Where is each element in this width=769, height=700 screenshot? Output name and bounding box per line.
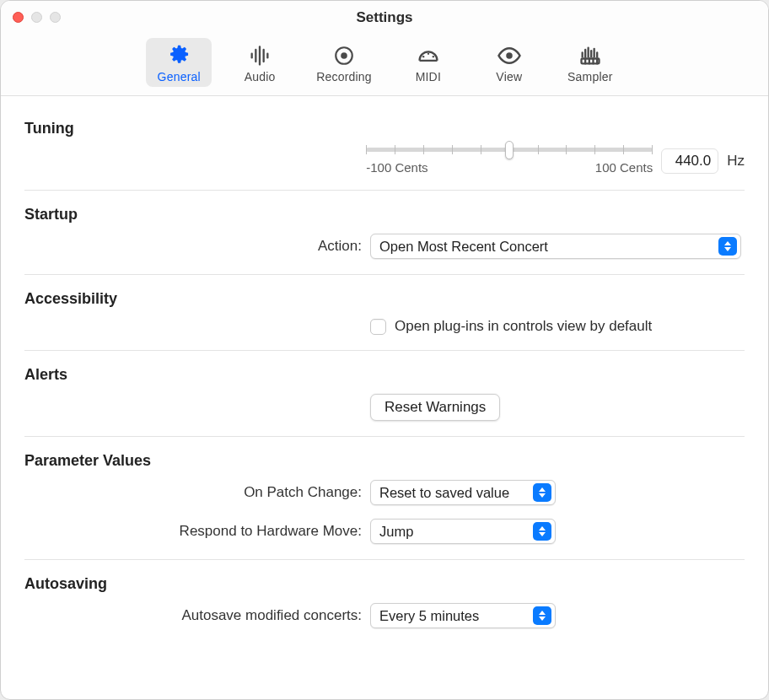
- autosave-label: Autosave modified concerts:: [24, 607, 370, 624]
- eye-icon: [497, 43, 522, 68]
- svg-point-11: [506, 52, 513, 59]
- popup-chevrons-icon: [718, 237, 737, 256]
- tuning-slider[interactable]: [366, 148, 653, 152]
- popup-value: Open Most Recent Concert: [379, 239, 712, 255]
- svg-point-9: [428, 53, 429, 55]
- midi-gauge-icon: [416, 43, 441, 68]
- tab-label: Sampler: [567, 70, 613, 83]
- zoom-window-button[interactable]: [50, 12, 61, 23]
- close-window-button[interactable]: [13, 12, 24, 23]
- tab-label: View: [496, 70, 522, 83]
- section-accessibility: Accessibility Open plug-ins in controls …: [24, 274, 745, 350]
- minimize-window-button[interactable]: [31, 12, 42, 23]
- record-icon: [331, 43, 357, 68]
- popup-value: Jump: [379, 524, 526, 540]
- checkbox-label: Open plug-ins in controls view by defaul…: [395, 318, 652, 335]
- tab-sampler[interactable]: Sampler: [557, 38, 623, 87]
- tab-label: MIDI: [416, 70, 441, 83]
- autosave-interval-popup[interactable]: Every 5 minutes: [370, 603, 556, 628]
- section-heading: Startup: [24, 206, 745, 223]
- section-heading: Parameter Values: [24, 452, 745, 470]
- popup-value: Reset to saved value: [379, 485, 526, 501]
- section-autosaving: Autosaving Autosave modified concerts: E…: [24, 559, 745, 643]
- tab-label: General: [158, 70, 201, 83]
- audio-waveform-icon: [247, 43, 272, 68]
- tab-view[interactable]: View: [476, 38, 542, 87]
- slider-max-label: 100 Cents: [595, 160, 653, 175]
- tab-general[interactable]: General: [146, 38, 212, 87]
- section-startup: Startup Action: Open Most Recent Concert: [24, 190, 745, 274]
- popup-chevrons-icon: [533, 522, 551, 541]
- settings-window: Settings General Audio: [0, 0, 769, 700]
- startup-action-label: Action:: [24, 238, 370, 255]
- section-tuning: Tuning -100 Cents: [24, 115, 745, 190]
- settings-toolbar: General Audio Recording: [1, 35, 768, 96]
- startup-action-popup[interactable]: Open Most Recent Concert: [370, 234, 741, 259]
- svg-point-10: [432, 56, 433, 57]
- section-heading: Alerts: [24, 366, 745, 384]
- section-alerts: Alerts Reset Warnings: [24, 350, 745, 436]
- tab-audio[interactable]: Audio: [227, 38, 293, 87]
- svg-point-8: [422, 56, 424, 57]
- popup-chevrons-icon: [533, 606, 551, 625]
- settings-content: Tuning -100 Cents: [1, 96, 768, 643]
- window-title: Settings: [1, 9, 768, 26]
- section-heading: Tuning: [24, 120, 745, 137]
- on-patch-change-label: On Patch Change:: [24, 484, 370, 501]
- svg-point-7: [341, 52, 347, 59]
- section-heading: Autosaving: [24, 575, 745, 593]
- titlebar: Settings: [1, 1, 768, 35]
- on-patch-change-popup[interactable]: Reset to saved value: [370, 480, 556, 505]
- sampler-keyboard-icon: [578, 43, 603, 68]
- popup-chevrons-icon: [533, 483, 551, 502]
- tab-midi[interactable]: MIDI: [395, 38, 461, 87]
- plugins-controls-view-checkbox[interactable]: [370, 319, 386, 335]
- reset-warnings-button[interactable]: Reset Warnings: [370, 394, 500, 421]
- tab-recording[interactable]: Recording: [308, 38, 380, 87]
- slider-range-labels: -100 Cents 100 Cents: [366, 160, 653, 175]
- hardware-move-label: Respond to Hardware Move:: [24, 523, 370, 540]
- section-heading: Accessibility: [24, 290, 745, 308]
- window-controls: [13, 12, 61, 23]
- tuning-unit: Hz: [727, 153, 745, 170]
- popup-value: Every 5 minutes: [379, 608, 526, 624]
- tuning-value-field[interactable]: 440.0: [661, 148, 718, 174]
- tab-label: Audio: [245, 70, 276, 83]
- gear-icon: [166, 43, 191, 68]
- tab-label: Recording: [316, 70, 372, 83]
- section-parameter-values: Parameter Values On Patch Change: Reset …: [24, 436, 745, 559]
- slider-min-label: -100 Cents: [366, 160, 428, 175]
- hardware-move-popup[interactable]: Jump: [370, 519, 556, 544]
- slider-thumb[interactable]: [505, 141, 514, 159]
